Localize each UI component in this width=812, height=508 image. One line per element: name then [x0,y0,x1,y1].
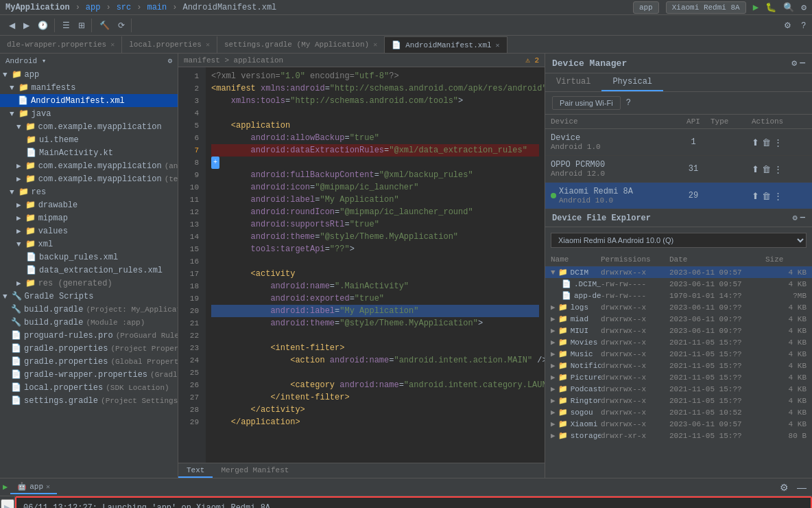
file-row-notifications[interactable]: ▶ 📁 Notifications drwxrwx--x 2021-11-05 … [545,360,812,371]
search-icon[interactable]: 🔍 [783,2,794,13]
tree-item-settings-gradle[interactable]: 📄 settings.gradle (Project Settings) [0,394,178,407]
hierarchy-btn[interactable]: ⊞ [75,19,88,32]
close-tab-2[interactable]: ✕ [373,41,377,49]
tree-item-androidmanifest[interactable]: 📄 AndroidManifest.xml [0,94,178,107]
device-delete-1[interactable]: 🗑 [762,164,771,174]
tree-item-app[interactable]: ▼ 📁 app [0,68,178,81]
close-tab-3[interactable]: ✕ [496,41,500,49]
file-row-music[interactable]: ▶ 📁 Music drwxrwx--x 2021-11-05 15:?? 4 … [545,348,812,360]
run-again-btn[interactable]: ▶ [1,499,14,508]
device-row-0[interactable]: Device Android 1.0 1 ⬆ 🗑 ⋮ [545,129,812,156]
pair-wifi-btn[interactable]: Pair using Wi-Fi [552,96,621,110]
tab-virtual[interactable]: Virtual [545,73,601,91]
tree-item-manifests[interactable]: ▼ 📁 manifests [0,81,178,94]
forward-btn[interactable]: ▶ [20,19,33,32]
sidebar-settings-icon[interactable]: ⚙ [167,56,172,65]
tab-merged[interactable]: Merged Manifest [213,464,297,478]
tree-item-res-generated[interactable]: ▶ 📁 res (generated) [0,277,178,290]
nav-app[interactable]: app [86,3,101,12]
file-row-apk[interactable]: 📄 app-debug.apk -rw-rw---- 1970-01-01 14… [545,290,812,301]
nav-src[interactable]: src [117,3,132,12]
tab-physical[interactable]: Physical [601,73,663,91]
run-tab-app[interactable]: 🤖 app ✕ [10,480,57,494]
file-row-xiaomi[interactable]: ▶ 📁 Xiaomi drwxrwx--x 2023-06-11 09:57 4… [545,418,812,430]
settings-icon[interactable]: ⚙ [801,2,807,13]
file-row-miui[interactable]: ▶ 📁 MIUI drwxrwx--x 2023-06-11 09:?? 4 K… [545,325,812,336]
file-tab-1[interactable]: local.properties ✕ [122,36,217,53]
file-row-miad[interactable]: ▶ 📁 miad drwxrwx--x 2023-06-11 09:?? 4 K… [545,313,812,325]
tree-item-xml[interactable]: ▼ 📁 xml [0,238,178,251]
file-row-storage[interactable]: ▶ 📁 storage drwxr-xr-x 2021-11-05 15:?? … [545,430,812,441]
tree-item-res[interactable]: ▼ 📁 res [0,185,178,198]
file-explorer[interactable]: ▼ 📁 DCIM drwxrwx--x 2023-06-11 09:57 4 K… [545,266,812,478]
run-config-selector[interactable]: app [633,1,659,14]
device-manager-settings-icon[interactable]: ⚙ [791,58,797,69]
tab-text[interactable]: Text [178,464,213,478]
run-minimize-btn[interactable]: — [794,481,809,494]
device-row-2[interactable]: Xiaomi Redmi 8A Android 10.0 29 ⬆ 🗑 ⋮ [545,183,812,209]
tree-item-gradle-props[interactable]: 📄 gradle.properties (Project Properties) [0,342,178,355]
recent-files-btn[interactable]: 🕐 [34,19,51,32]
device-upload-1[interactable]: ⬆ [752,164,759,174]
sidebar-dropdown[interactable]: Android ▾ [5,56,46,65]
close-run-tab[interactable]: ✕ [46,483,50,491]
file-row-pictures[interactable]: ▶ 📁 Pictures drwxrwx--x 2021-11-05 15:??… [545,371,812,383]
file-row-dcim-id[interactable]: 📄 .DCIM_ID -rw-rw---- 2023-06-11 09:57 4… [545,278,812,290]
device-more-0[interactable]: ⋮ [774,137,783,148]
device-selector-dropdown[interactable]: Xiaomi Redmi 8A Android 10.0 (Q) [551,233,807,248]
device-selector-top[interactable]: Xiaomi Redmi 8A [666,1,746,14]
tree-item-proguard[interactable]: 📄 proguard-rules.pro (ProGuard Rules for… [0,329,178,342]
tree-item-java[interactable]: ▼ 📁 java [0,107,178,120]
file-explorer-close-icon[interactable]: — [800,213,805,223]
tree-item-gradle-scripts[interactable]: ▼ 🔧 Gradle Scripts [0,290,178,303]
tree-item-extraction[interactable]: 📄 data_extraction_rules.xml [0,264,178,277]
file-tab-0[interactable]: dle-wrapper.properties ✕ [0,36,122,53]
tree-item-backup[interactable]: 📄 backup_rules.xml [0,251,178,264]
file-row-podcasts[interactable]: ▶ 📁 Podcasts drwxrwx--x 2021-11-05 15:??… [545,383,812,395]
run-settings-btn[interactable]: ⚙ [777,481,791,494]
tree-item-drawable[interactable]: ▶ 📁 drawable [0,198,178,211]
device-manager-close-icon[interactable]: — [800,58,805,69]
sync-btn[interactable]: ⟳ [115,19,128,32]
device-upload-0[interactable]: ⬆ [752,137,759,148]
close-tab-0[interactable]: ✕ [110,41,115,49]
tree-item-ui-theme[interactable]: 📁 ui.theme [0,133,178,146]
close-tab-1[interactable]: ✕ [206,41,210,49]
device-upload-2[interactable]: ⬆ [752,191,759,201]
settings-gear-btn[interactable]: ⚙ [780,19,795,32]
editor-content[interactable]: 1 2 3 4 5 6 7 8 9 10 11 12 13 14 15 16 1… [178,67,545,463]
tree-item-gradle-wrapper[interactable]: 📄 gradle-wrapper.properties (Gradle Vers… [0,368,178,381]
build-btn[interactable]: 🔨 [96,19,113,32]
device-more-2[interactable]: ⋮ [774,191,783,201]
back-btn[interactable]: ◀ [5,19,19,32]
tree-item-values[interactable]: ▶ 📁 values [0,224,178,238]
structure-btn[interactable]: ☰ [59,19,73,32]
tree-item-buildgradle-project[interactable]: 🔧 build.gradle (Project: My_Application) [0,303,178,316]
tree-item-mainactivity[interactable]: 📄 MainActivity.kt [0,146,178,159]
device-delete-0[interactable]: 🗑 [762,137,771,148]
file-explorer-settings-icon[interactable]: ⚙ [793,213,798,223]
file-row-logs[interactable]: ▶ 📁 logs drwxrwx--x 2023-06-11 09:?? 4 K… [545,301,812,313]
tree-item-androidtest[interactable]: ▶ 📁 com.example.myapplication (androidTe… [0,159,178,172]
help-btn[interactable]: ? [798,19,809,32]
file-row-movies[interactable]: ▶ 📁 Movies drwxrwx--x 2021-11-05 15:?? 4… [545,336,812,348]
file-row-ringtones[interactable]: ▶ 📁 Ringtones drwxrwx--x 2021-11-05 15:?… [545,395,812,406]
tree-item-mipmap[interactable]: ▶ 📁 mipmap [0,211,178,224]
file-tab-2[interactable]: settings.gradle (My Application) ✕ [217,36,385,53]
tree-item-test[interactable]: ▶ 📁 com.example.myapplication (test) [0,172,178,185]
tree-item-buildgradle-module[interactable]: 🔧 build.gradle (Module :app) [0,316,178,329]
help-icon[interactable]: ? [626,98,631,108]
file-tab-3[interactable]: 📄 AndroidManifest.xml ✕ [385,36,507,53]
code-lines[interactable]: <?xml version="1.0" encoding="utf-8"?> <… [206,67,545,463]
tree-item-local-props[interactable]: 📄 local.properties (SDK Location) [0,381,178,394]
tree-item-com-example[interactable]: ▼ 📁 com.example.myapplication [0,120,178,133]
nav-main[interactable]: main [147,3,167,12]
tree-item-gradle-global[interactable]: 📄 gradle.properties (Global Properties) [0,355,178,368]
device-more-1[interactable]: ⋮ [774,164,783,174]
device-delete-2[interactable]: 🗑 [762,191,771,201]
debug-btn-top[interactable]: 🐛 [765,2,776,13]
file-row-sogou[interactable]: ▶ 📁 sogou drwxrwx--x 2021-11-05 10:52 4 … [545,406,812,418]
run-btn-top[interactable]: ▶ [753,1,759,13]
device-row-1[interactable]: OPPO PCRM00 Android 12.0 31 ⬆ 🗑 ⋮ [545,156,812,183]
file-row-dcim[interactable]: ▼ 📁 DCIM drwxrwx--x 2023-06-11 09:57 4 K… [545,266,812,278]
